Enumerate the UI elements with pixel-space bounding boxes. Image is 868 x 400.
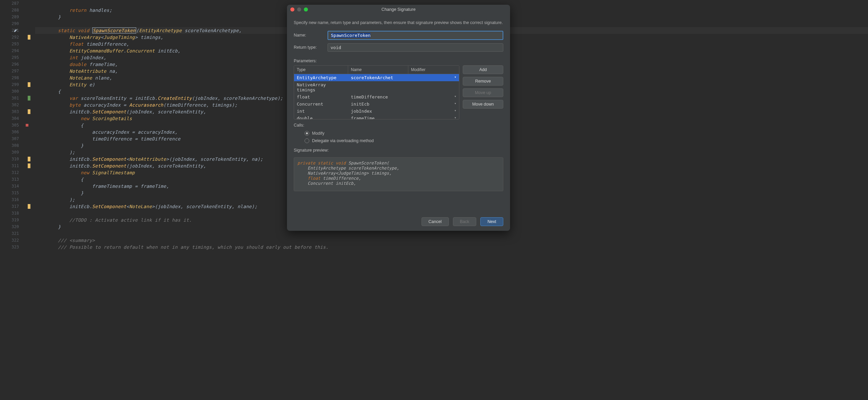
param-type: NativeArraytimings <box>294 81 348 93</box>
line-number: 289 <box>0 14 32 20</box>
line-number: 323 <box>0 244 32 250</box>
change-marker-icon <box>28 204 30 209</box>
line-number: 318 <box>0 210 32 217</box>
line-number: 321 <box>0 230 32 237</box>
line-number: 307 <box>0 135 32 142</box>
return-type-label: Return type: <box>294 45 328 50</box>
line-number: 313 <box>0 176 32 183</box>
return-type-input[interactable] <box>328 43 503 52</box>
line-number: 311 <box>0 162 32 169</box>
line-number: 294 <box>0 47 32 54</box>
radio-modify[interactable] <box>305 131 309 136</box>
line-number: 304 <box>0 115 32 122</box>
param-type: int <box>294 108 348 115</box>
line-number: 309 <box>0 149 32 156</box>
line-number: 297 <box>0 68 32 74</box>
signature-preview-label: Signature preview: <box>294 148 503 153</box>
param-modifier[interactable] <box>408 93 459 101</box>
radio-delegate[interactable] <box>305 138 309 143</box>
name-input[interactable]: SpawnScoreToken <box>328 31 503 40</box>
param-name: frameTime <box>348 115 408 119</box>
close-icon[interactable] <box>290 7 294 12</box>
name-label: Name: <box>294 33 328 38</box>
parameters-table[interactable]: Type Name Modifier EntityArchetypescoreT… <box>294 65 459 119</box>
window-controls <box>290 7 308 12</box>
line-number: 322 <box>0 237 32 244</box>
line-number: 302 <box>0 102 32 108</box>
line-number: 291 <box>0 27 32 34</box>
add-button[interactable]: Add <box>463 65 503 74</box>
line-number: 314 <box>0 183 32 190</box>
param-type: float <box>294 93 348 101</box>
dialog-titlebar: Change Signature <box>287 5 510 14</box>
back-button[interactable]: Back <box>453 217 477 226</box>
param-type: double <box>294 115 348 119</box>
param-modifier[interactable] <box>408 74 459 81</box>
line-number: 290 <box>0 20 32 27</box>
param-row[interactable]: EntityArchetypescoreTokenArchet <box>294 74 459 81</box>
param-row[interactable]: NativeArraytimings <box>294 81 459 93</box>
line-number: 306 <box>0 129 32 135</box>
zoom-icon[interactable] <box>304 7 308 12</box>
name-input-value: SpawnScoreToken <box>331 33 370 38</box>
col-modifier: Modifier <box>408 66 459 74</box>
param-row[interactable]: ConcurrentinitEcb <box>294 101 459 108</box>
remove-button[interactable]: Remove <box>463 77 503 86</box>
radio-modify-label: Modify <box>312 131 324 136</box>
code-line[interactable]: /// Possible to return default when not … <box>35 244 868 250</box>
radio-modify-row[interactable]: Modify <box>305 131 503 136</box>
param-modifier[interactable] <box>408 115 459 119</box>
param-row[interactable]: intjobIndex <box>294 108 459 115</box>
move-down-button[interactable]: Move down <box>463 100 503 109</box>
line-number: 317 <box>0 203 32 210</box>
change-marker-icon <box>28 163 30 168</box>
param-modifier[interactable] <box>408 101 459 108</box>
change-marker-icon <box>28 157 30 161</box>
parameters-header: Type Name Modifier <box>294 66 459 74</box>
change-signature-dialog: Change Signature Specify new name, retur… <box>287 5 510 231</box>
param-name: timeDifference <box>348 93 408 101</box>
line-number: 316 <box>0 196 32 203</box>
param-modifier[interactable] <box>408 108 459 115</box>
line-number: 298 <box>0 74 32 81</box>
line-number: 292 <box>0 34 32 41</box>
minimize-icon <box>297 7 301 12</box>
param-type: Concurrent <box>294 101 348 108</box>
change-marker-icon <box>28 109 30 114</box>
next-button[interactable]: Next <box>480 217 503 226</box>
line-number: 300 <box>0 88 32 95</box>
line-number: 287 <box>0 0 32 7</box>
line-number: 308 <box>0 142 32 149</box>
param-name: initEcb <box>348 101 408 108</box>
cancel-button[interactable]: Cancel <box>421 217 449 226</box>
dialog-description: Specify new name, return type and parame… <box>294 20 503 26</box>
col-type: Type <box>294 66 348 74</box>
col-name: Name <box>348 66 408 74</box>
line-number: 319 <box>0 217 32 223</box>
code-line[interactable] <box>35 230 868 237</box>
code-line[interactable]: /// <summary> <box>35 237 868 244</box>
dialog-footer: Cancel Back Next <box>287 214 510 231</box>
line-number: 310 <box>0 156 32 162</box>
line-number: 305 <box>0 122 32 129</box>
line-number: 320 <box>0 223 32 230</box>
radio-delegate-label: Delegate via overloading method <box>312 138 374 143</box>
change-marker-icon <box>28 35 30 40</box>
line-number: 288 <box>0 7 32 14</box>
line-number: 299 <box>0 81 32 88</box>
radio-delegate-row[interactable]: Delegate via overloading method <box>305 138 503 143</box>
line-number: 295 <box>0 54 32 61</box>
change-marker-icon <box>28 82 30 87</box>
line-number: 312 <box>0 169 32 176</box>
hammer-icon[interactable] <box>14 28 18 33</box>
param-name: jobIndex <box>348 108 408 115</box>
param-row[interactable]: floattimeDifference <box>294 93 459 101</box>
move-up-button[interactable]: Move up <box>463 88 503 97</box>
line-number: 296 <box>0 61 32 68</box>
param-name: scoreTokenArchet <box>348 74 408 81</box>
param-row[interactable]: doubleframeTime <box>294 115 459 119</box>
breakpoint-icon[interactable] <box>26 124 28 127</box>
line-number: 315 <box>0 190 32 196</box>
added-marker-icon <box>28 96 30 101</box>
line-number: 293 <box>0 41 32 47</box>
